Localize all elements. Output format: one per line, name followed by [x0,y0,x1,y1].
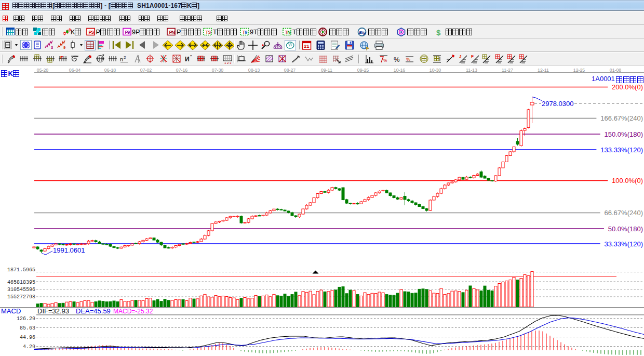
svg-text:″: ″ [190,54,192,59]
svg-text:100.0%(0): 100.0%(0) [612,177,643,184]
svg-text:И: И [185,56,190,63]
svg-text:%: % [394,56,400,63]
svg-text:310545596: 310545596 [7,287,35,293]
svg-text:08-27: 08-27 [284,68,296,73]
svg-text:12-25: 12-25 [573,68,585,73]
svg-text:09-11: 09-11 [321,68,332,73]
svg-text:4.29: 4.29 [23,344,35,350]
svg-text:06-04: 06-04 [69,68,81,73]
svg-text:2978.0300: 2978.0300 [542,100,573,108]
svg-text:07-16: 07-16 [176,68,188,73]
svg-text:10-16: 10-16 [394,68,406,73]
svg-text:F: F [471,54,474,59]
svg-text:2: 2 [124,55,126,60]
svg-text:n: n [120,56,123,62]
svg-text:133.33%(120): 133.33%(120) [600,146,643,154]
svg-text:MACD=-25.32: MACD=-25.32 [113,308,153,315]
svg-text:S: S [91,30,94,35]
svg-text:F: F [60,55,63,60]
svg-text:%: % [406,57,410,62]
svg-text:155272798: 155272798 [7,294,35,300]
svg-text:01-08: 01-08 [610,68,622,73]
svg-text:21: 21 [304,43,310,49]
svg-text:06-18: 06-18 [104,68,116,73]
svg-text:166.67%(240): 166.67%(240) [600,114,643,122]
svg-text:08-13: 08-13 [248,68,260,73]
svg-text:66.67%(240): 66.67%(240) [605,209,643,217]
svg-text:S: S [208,30,211,35]
svg-text:10-30: 10-30 [430,68,441,73]
svg-text:9: 9 [127,30,130,35]
svg-text:07-30: 07-30 [212,68,224,73]
svg-text:DEA=45.59: DEA=45.59 [76,307,111,315]
svg-text:150.0%(180): 150.0%(180) [605,130,643,138]
svg-text:%: % [383,58,387,63]
svg-text:N: N [287,30,291,35]
svg-text:12-11: 12-11 [538,68,549,73]
svg-text:05-20: 05-20 [37,68,49,73]
svg-text:9: 9 [245,30,247,35]
svg-text:MACD: MACD [1,307,21,315]
svg-text:11-13: 11-13 [466,68,477,73]
svg-text:465818395: 465818395 [7,280,35,285]
svg-text:3: 3 [51,45,53,50]
svg-text:1991.0601: 1991.0601 [53,246,85,254]
svg-text:09-25: 09-25 [357,68,369,73]
svg-text:85.63: 85.63 [20,325,35,331]
svg-text:1871.5965: 1871.5965 [7,267,35,273]
svg-text:44.96: 44.96 [20,335,35,340]
svg-text:9: 9 [63,45,65,50]
svg-text:1 2 3: 1 2 3 [224,61,232,64]
svg-text:50.0%(180): 50.0%(180) [608,225,643,233]
svg-text:Big: Big [359,30,366,35]
svg-text:1A0001: 1A0001 [592,75,615,83]
svg-text:N: N [171,30,175,35]
svg-text:DIF=32.93: DIF=32.93 [37,307,69,315]
svg-text:$: $ [436,28,441,37]
svg-text:11-27: 11-27 [502,68,513,73]
svg-text:33.33%(120): 33.33%(120) [605,240,643,248]
svg-text:J: J [459,54,461,59]
svg-text:07-02: 07-02 [140,68,152,73]
svg-text:126.29: 126.29 [17,316,35,322]
